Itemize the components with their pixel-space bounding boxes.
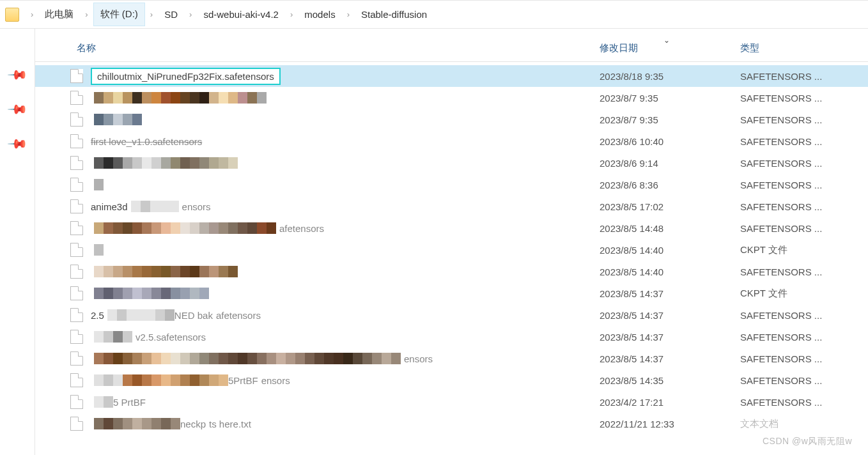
file-date: 2023/8/5 14:48 [600,223,740,234]
file-type: CKPT 文件 [740,244,868,256]
file-date: 2023/8/7 9:35 [600,114,740,125]
file-type: SAFETENSORS ... [740,114,868,125]
file-row[interactable]: neckp ts here.txt2022/11/21 12:33文本文档 [35,413,868,435]
file-row[interactable]: v2.5.safetensors2023/8/5 14:37SAFETENSOR… [35,326,868,348]
file-date: 2022/11/21 12:33 [600,419,740,429]
file-name: 2.5 NED bak afetensors [91,309,600,321]
file-type: SAFETENSORS ... [740,93,868,104]
file-date: 2023/8/6 10:40 [600,136,740,147]
file-date: 2023/8/5 14:35 [600,375,740,386]
breadcrumb-item[interactable]: sd-webui-aki-v4.2 [197,4,285,25]
chevron-right-icon: › [342,10,355,19]
file-icon [70,243,83,257]
file-row[interactable]: anime3densors2023/8/5 17:02SAFETENSORS .… [35,196,868,217]
file-name: afetensors [91,222,600,234]
file-icon [70,286,83,300]
file-date: 2023/8/5 14:40 [600,245,740,256]
file-name [91,244,600,256]
file-name [91,288,600,299]
file-row[interactable]: 2.5 NED bak afetensors2023/8/5 14:37SAFE… [35,304,868,326]
file-icon [70,308,83,322]
file-date: 2023/8/5 14:37 [600,332,740,343]
file-row[interactable]: 2023/8/7 9:35SAFETENSORS ... [35,109,868,130]
file-type: SAFETENSORS ... [740,201,868,212]
file-icon [70,417,83,431]
file-icon [70,69,83,83]
header-name[interactable]: 名称 [70,42,600,54]
file-row[interactable]: afetensors2023/8/5 14:48SAFETENSORS ... [35,217,868,239]
file-icon [70,395,83,409]
file-list: chilloutmix_NiPrunedFp32Fix.safetensors2… [35,62,868,435]
file-row[interactable]: 5 PrtBF 2023/4/2 17:21SAFETENSORS ... [35,391,868,413]
file-row[interactable]: 5PrtBF ensors2023/8/5 14:35SAFETENSORS .… [35,369,868,391]
file-row[interactable]: 2023/8/5 14:40CKPT 文件 [35,239,868,261]
file-row[interactable]: chilloutmix_NiPrunedFp32Fix.safetensors2… [35,65,868,87]
file-icon [70,373,83,387]
file-type: 文本文档 [740,418,868,430]
file-type: SAFETENSORS ... [740,223,868,234]
chevron-right-icon: › [145,10,158,19]
file-type: SAFETENSORS ... [740,266,868,277]
chevron-right-icon: › [26,10,38,19]
chevron-right-icon: › [285,10,298,19]
file-icon [70,91,83,105]
file-name: 5PrtBF ensors [91,374,600,386]
pin-icon[interactable]: 📌 [6,98,29,121]
pin-icon[interactable]: 📌 [6,64,29,86]
header-date[interactable]: ⌄ 修改日期 [600,42,740,54]
file-date: 2023/8/5 14:37 [600,310,740,321]
file-type: SAFETENSORS ... [740,397,868,408]
breadcrumb-item[interactable]: Stable-diffusion [355,4,433,25]
file-date: 2023/8/6 9:14 [600,158,740,169]
pin-icon[interactable]: 📌 [6,133,29,155]
file-date: 2023/8/6 8:36 [600,180,740,190]
column-headers: 名称 ⌄ 修改日期 类型 [35,35,868,62]
breadcrumb-bar: › 此电脑 › 软件 (D:) › SD › sd-webui-aki-v4.2… [0,0,868,29]
file-name [91,114,600,125]
chevron-right-icon: › [184,10,197,19]
file-icon [70,112,83,127]
file-date: 2023/8/7 9:35 [600,93,740,104]
file-type: SAFETENSORS ... [740,353,868,364]
file-row[interactable]: ensors2023/8/5 14:37SAFETENSORS ... [35,348,868,369]
breadcrumb-item[interactable]: 此电脑 [38,3,80,26]
file-icon [70,351,83,366]
file-type: SAFETENSORS ... [740,158,868,169]
breadcrumb-item[interactable]: models [298,4,341,25]
file-icon [70,330,83,344]
file-icon [70,221,83,235]
breadcrumb-item[interactable]: 软件 (D:) [93,3,145,26]
file-type: SAFETENSORS ... [740,136,868,147]
file-row[interactable]: 2023/8/6 8:36SAFETENSORS ... [35,174,868,196]
file-icon [70,265,83,279]
file-name [91,157,600,169]
folder-icon [5,8,19,22]
chevron-right-icon: › [80,10,93,19]
file-row[interactable]: 2023/8/7 9:35SAFETENSORS ... [35,87,868,109]
file-icon [70,199,83,213]
file-row[interactable]: 2023/8/5 14:37CKPT 文件 [35,282,868,304]
file-row[interactable]: first love_v1.0.safetensors2023/8/6 10:4… [35,130,868,152]
file-name: anime3densors [91,201,600,212]
file-type: SAFETENSORS ... [740,71,868,82]
file-name: ensors [91,353,600,364]
file-name [91,179,600,190]
chevron-down-icon: ⌄ [663,36,670,45]
file-date: 2023/8/5 17:02 [600,201,740,212]
file-name: 5 PrtBF [91,396,600,408]
file-date: 2023/8/5 14:40 [600,266,740,277]
file-name: neckp ts here.txt [91,418,600,429]
watermark: CSDN @w风雨无阻w [763,436,852,447]
breadcrumb-item[interactable]: SD [158,4,184,25]
file-name: chilloutmix_NiPrunedFp32Fix.safetensors [91,68,600,85]
file-name: first love_v1.0.safetensors [91,136,600,147]
header-type[interactable]: 类型 [740,42,868,54]
file-row[interactable]: 2023/8/6 9:14SAFETENSORS ... [35,152,868,174]
file-type: SAFETENSORS ... [740,310,868,321]
file-name [91,92,600,104]
file-name: v2.5.safetensors [91,331,600,343]
file-row[interactable]: 2023/8/5 14:40SAFETENSORS ... [35,261,868,282]
file-icon [70,178,83,192]
file-date: 2023/8/18 9:35 [600,71,740,82]
file-date: 2023/8/5 14:37 [600,353,740,364]
